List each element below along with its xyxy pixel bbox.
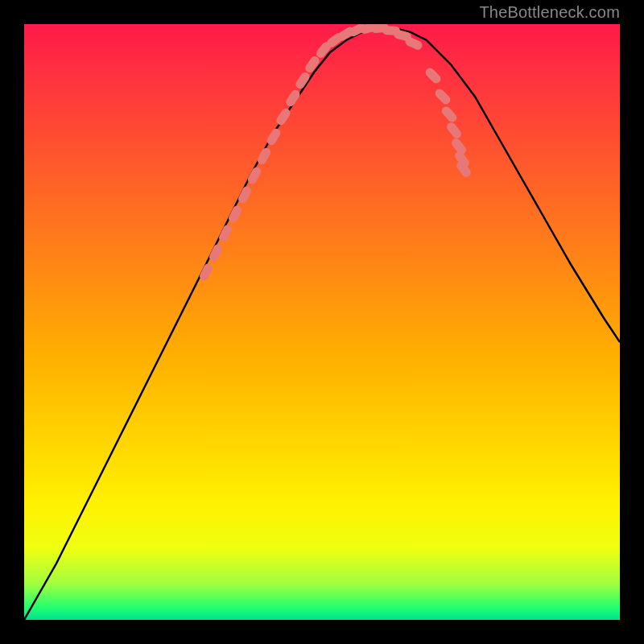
plot-gradient-area bbox=[24, 24, 620, 620]
curve-marker bbox=[198, 262, 214, 283]
curve-marker bbox=[256, 147, 272, 167]
curve-marker bbox=[445, 121, 463, 140]
curve-marker bbox=[284, 89, 301, 108]
watermark-text: TheBottleneck.com bbox=[479, 3, 620, 22]
curve-marker bbox=[455, 159, 473, 179]
curve-marker bbox=[237, 185, 253, 205]
curve-marker bbox=[303, 55, 321, 74]
curve-marker bbox=[246, 166, 262, 186]
chart-frame: TheBottleneck.com bbox=[0, 0, 644, 644]
curve-marker bbox=[208, 243, 224, 263]
curve-marker bbox=[217, 224, 233, 244]
marker-group bbox=[198, 24, 473, 282]
curve-marker bbox=[440, 105, 459, 124]
curve-marker bbox=[423, 66, 442, 85]
chart-svg bbox=[24, 24, 620, 620]
bottleneck-curve bbox=[24, 28, 620, 620]
curve-marker bbox=[227, 204, 243, 225]
curve-marker bbox=[433, 87, 452, 105]
